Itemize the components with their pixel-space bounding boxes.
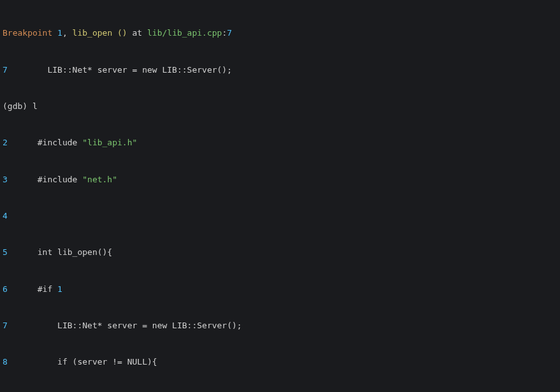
src-line-6: 6 #if 1 [3,283,557,295]
breakpoint-line: Breakpoint 1, lib_open () at lib/lib_api… [3,27,557,39]
src-line-7-top: 7 LIB::Net* server = new LIB::Server(); [3,64,557,76]
src-line-7: 7 LIB::Net* server = new LIB::Server(); [3,319,557,331]
terminal-output: Breakpoint 1, lib_open () at lib/lib_api… [0,0,560,392]
src-line-8: 8 if (server != NULL){ [3,356,557,368]
gdb-cmd-l[interactable]: (gdb) l [3,100,557,112]
src-line-3: 3 #include "net.h" [3,173,557,185]
src-line-4: 4 [3,210,557,222]
src-line-2: 2 #include "lib_api.h" [3,136,557,149]
src-line-5: 5 int lib_open(){ [3,246,557,258]
